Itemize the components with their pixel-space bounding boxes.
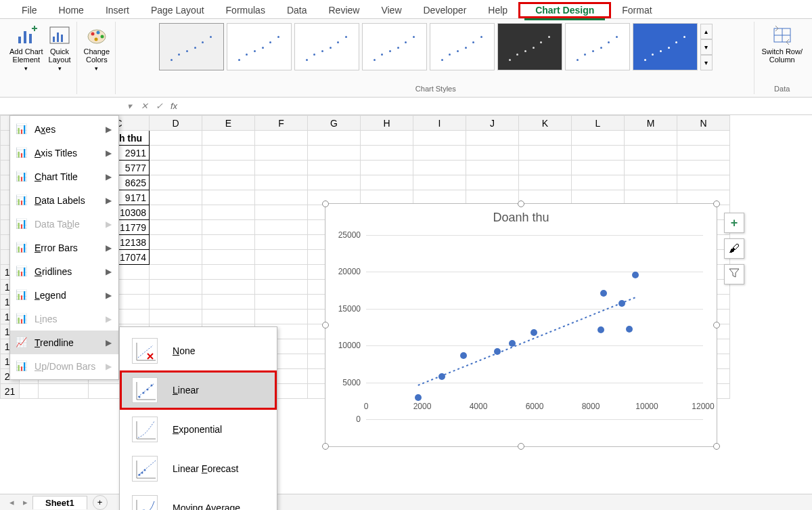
plus-icon: + <box>731 216 738 230</box>
tab-home[interactable]: Home <box>48 2 95 18</box>
svg-point-22 <box>143 392 145 394</box>
dropdown-caret-icon: ▾ <box>24 65 28 72</box>
tab-view[interactable]: View <box>370 2 412 18</box>
resize-handle-n[interactable] <box>518 200 524 207</box>
chart-elements-button[interactable]: + <box>724 213 744 233</box>
tab-help[interactable]: Help <box>477 2 518 18</box>
quick-layout-button[interactable]: Quick Layout ▾ <box>46 23 74 73</box>
formula-accept-icon[interactable]: ✓ <box>152 101 166 111</box>
svg-rect-6 <box>61 35 63 42</box>
updown-icon: 📊 <box>16 360 28 373</box>
chart-style-1[interactable] <box>159 23 224 70</box>
formula-cancel-icon[interactable]: ✕ <box>137 101 152 111</box>
switch-row-column-button[interactable]: Switch Row/ Column <box>759 23 805 65</box>
styles-scroll-up[interactable]: ▴ <box>700 24 713 39</box>
sheet-nav-prev[interactable]: ▸ <box>19 497 31 507</box>
chart-styles-button[interactable]: 🖌 <box>724 238 744 259</box>
svg-rect-5 <box>57 33 59 42</box>
tab-file[interactable]: File <box>11 2 48 18</box>
trendline-none-label: None <box>173 345 195 356</box>
quick-layout-label: Quick Layout <box>49 47 71 64</box>
add-sheet-button[interactable]: + <box>93 495 108 510</box>
chart-plot-area[interactable]: 0500010000150002000025000020004000600080… <box>366 235 703 419</box>
menu-data-table: 📊Data Table▶ <box>10 212 118 236</box>
menu-data-labels[interactable]: 📊Data Labels▶ <box>10 188 118 212</box>
dropdown-caret-icon: ▾ <box>58 65 62 72</box>
sheet-area: BCDEFGHIJKLMNii phíDoanh thu184929112708… <box>0 115 812 494</box>
tab-chart-design[interactable]: Chart Design <box>524 2 605 20</box>
trendline-linear-forecast[interactable]: Linear Forecast <box>120 449 277 488</box>
menu-updown-bars: 📊Up/Down Bars▶ <box>10 354 118 378</box>
ribbon-tabs: File Home Insert Page Layout Formulas Da… <box>0 0 812 19</box>
palette-icon <box>86 24 108 46</box>
resize-handle-e[interactable] <box>713 322 720 328</box>
resize-handle-w[interactable] <box>322 322 329 328</box>
chart-style-6[interactable] <box>497 23 562 70</box>
chart-styles-group-label: Chart Styles <box>415 85 456 93</box>
change-colors-button[interactable]: Change Colors ▾ <box>81 23 113 73</box>
trendline-movavg-label: Moving Average <box>173 503 240 510</box>
menu-gridlines[interactable]: 📊Gridlines▶ <box>10 259 118 283</box>
trendline-exponential-label: Exponential <box>173 424 222 435</box>
menu-axes[interactable]: 📊Axes▶ <box>10 117 118 141</box>
menu-legend[interactable]: 📊Legend▶ <box>10 283 118 307</box>
svg-point-23 <box>147 389 149 391</box>
sheet-nav-first[interactable]: ◂ <box>5 497 18 507</box>
trendline-none-icon <box>132 338 158 364</box>
menu-error-bars[interactable]: 📊Error Bars▶ <box>10 236 118 259</box>
tab-formulas[interactable]: Formulas <box>215 2 276 18</box>
svg-rect-1 <box>24 31 26 43</box>
tab-format[interactable]: Format <box>611 2 662 18</box>
menu-axis-titles[interactable]: 📊Axis Titles▶ <box>10 141 118 165</box>
trendline-moving-average[interactable]: Moving Average <box>120 488 277 510</box>
chart-style-4[interactable] <box>362 23 427 70</box>
chart-style-7[interactable] <box>565 23 630 70</box>
chart-style-3[interactable] <box>294 23 359 70</box>
trendline-exponential[interactable]: Exponential <box>120 410 277 449</box>
svg-point-31 <box>141 472 143 474</box>
resize-handle-nw[interactable] <box>322 200 329 207</box>
axis-titles-icon: 📊 <box>16 147 28 159</box>
formula-bar: ▾ ✕ ✓ fx <box>0 98 812 115</box>
chart-title[interactable]: Doanh thu <box>325 211 717 225</box>
sheet-tab-active[interactable]: Sheet1 <box>32 496 87 509</box>
add-chart-element-button[interactable]: Add Chart Element ▾ <box>7 23 46 73</box>
chart-style-2[interactable] <box>227 23 292 70</box>
menu-trendline[interactable]: 📈Trendline▶ <box>10 331 118 354</box>
resize-handle-se[interactable] <box>713 443 720 450</box>
resize-handle-ne[interactable] <box>713 200 720 207</box>
chart-title-icon: 📊 <box>16 171 28 183</box>
trendline-linear[interactable]: Linear <box>120 370 277 410</box>
trendline-linear-icon <box>132 377 158 403</box>
svg-point-24 <box>151 385 153 387</box>
tab-insert[interactable]: Insert <box>95 2 140 18</box>
tab-developer[interactable]: Developer <box>413 2 478 18</box>
chart-filters-button[interactable] <box>724 264 744 284</box>
trendline-icon: 📈 <box>16 337 28 349</box>
trendline-submenu: None Linear Exponential Linear Forecast … <box>119 326 277 510</box>
group-data: Switch Row/ Column Data <box>756 22 808 94</box>
embedded-chart[interactable]: Doanh thu 050001000015000200002500002000… <box>325 203 717 447</box>
styles-expand[interactable]: ▾ <box>700 55 713 70</box>
chart-style-5[interactable] <box>430 23 495 70</box>
formula-dropdown-icon[interactable]: ▾ <box>122 101 137 111</box>
tab-data[interactable]: Data <box>276 2 318 18</box>
trendline-none[interactable]: None <box>120 331 277 370</box>
dropdown-caret-icon: ▾ <box>95 65 98 72</box>
svg-point-8 <box>91 33 94 36</box>
resize-handle-sw[interactable] <box>322 443 329 450</box>
resize-handle-s[interactable] <box>518 443 524 450</box>
tab-page-layout[interactable]: Page Layout <box>140 2 215 18</box>
trendline-forecast-label: Linear Forecast <box>173 463 238 474</box>
chart-style-8[interactable] <box>633 23 698 70</box>
svg-point-10 <box>100 35 104 39</box>
axes-icon: 📊 <box>16 123 28 135</box>
fx-label[interactable]: fx <box>171 101 177 111</box>
tab-review[interactable]: Review <box>318 2 371 18</box>
add-chart-element-label: Add Chart Element <box>9 47 43 64</box>
menu-chart-title[interactable]: 📊Chart Title▶ <box>10 165 118 188</box>
styles-scroll-down[interactable]: ▾ <box>700 39 713 55</box>
funnel-icon <box>729 268 740 281</box>
svg-point-30 <box>139 474 141 476</box>
formula-input[interactable] <box>184 101 812 111</box>
